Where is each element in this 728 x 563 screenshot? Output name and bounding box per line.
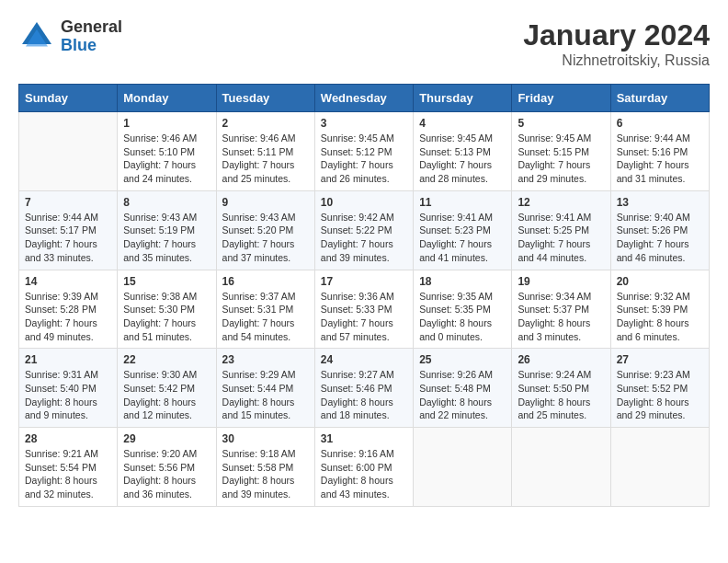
sunrise-text: Sunrise: 9:45 AM (518, 132, 591, 144)
calendar-day-cell: 29 Sunrise: 9:20 AM Sunset: 5:56 PM Dayl… (118, 428, 216, 507)
calendar-day-cell: 24 Sunrise: 9:27 AM Sunset: 5:46 PM Dayl… (314, 349, 413, 428)
day-number: 1 (123, 117, 210, 130)
day-info: Sunrise: 9:35 AM Sunset: 5:35 PM Dayligh… (419, 290, 506, 344)
sunset-text: Sunset: 5:22 PM (321, 224, 392, 236)
day-number: 10 (321, 196, 407, 209)
daylight-text: Daylight: 7 hours and 35 minutes. (123, 238, 196, 263)
calendar-day-cell: 2 Sunrise: 9:46 AM Sunset: 5:11 PM Dayli… (216, 112, 314, 191)
day-number: 5 (518, 117, 604, 130)
sunset-text: Sunset: 5:19 PM (123, 224, 195, 236)
calendar-day-cell: 9 Sunrise: 9:43 AM Sunset: 5:20 PM Dayli… (216, 190, 314, 270)
day-info: Sunrise: 9:26 AM Sunset: 5:48 PM Dayligh… (419, 368, 506, 422)
sunset-text: Sunset: 5:16 PM (617, 146, 688, 157)
day-info: Sunrise: 9:46 AM Sunset: 5:11 PM Dayligh… (222, 132, 309, 186)
calendar-day-cell (512, 428, 610, 507)
day-info: Sunrise: 9:20 AM Sunset: 5:56 PM Dayligh… (123, 447, 210, 501)
daylight-text: Daylight: 7 hours and 29 minutes. (518, 159, 590, 184)
daylight-text: Daylight: 7 hours and 39 minutes. (321, 238, 393, 263)
sunrise-text: Sunrise: 9:43 AM (123, 212, 197, 223)
sunrise-text: Sunrise: 9:44 AM (25, 212, 98, 223)
sunset-text: Sunset: 5:40 PM (25, 383, 97, 394)
day-number: 22 (123, 353, 210, 366)
sunset-text: Sunset: 5:31 PM (222, 304, 294, 315)
sunset-text: Sunset: 5:17 PM (25, 224, 97, 236)
calendar-day-cell: 8 Sunrise: 9:43 AM Sunset: 5:19 PM Dayli… (118, 190, 216, 270)
month-year-title: January 2024 (523, 18, 710, 52)
day-number: 18 (419, 275, 506, 288)
day-number: 29 (123, 432, 210, 445)
daylight-text: Daylight: 7 hours and 37 minutes. (222, 238, 295, 263)
daylight-text: Daylight: 7 hours and 54 minutes. (222, 317, 295, 342)
daylight-text: Daylight: 7 hours and 49 minutes. (25, 317, 97, 342)
calendar-day-cell: 30 Sunrise: 9:18 AM Sunset: 5:58 PM Dayl… (216, 428, 314, 507)
sunrise-text: Sunrise: 9:42 AM (321, 212, 394, 223)
sunrise-text: Sunrise: 9:34 AM (518, 291, 591, 302)
day-number: 2 (222, 117, 309, 130)
weekday-header: Thursday (414, 85, 512, 112)
day-number: 6 (617, 117, 703, 130)
day-number: 27 (617, 353, 703, 366)
daylight-text: Daylight: 7 hours and 24 minutes. (123, 159, 196, 184)
day-number: 14 (25, 275, 111, 288)
daylight-text: Daylight: 7 hours and 28 minutes. (419, 159, 492, 184)
calendar-day-cell: 3 Sunrise: 9:45 AM Sunset: 5:12 PM Dayli… (314, 112, 413, 191)
sunset-text: Sunset: 5:54 PM (25, 462, 97, 473)
daylight-text: Daylight: 7 hours and 46 minutes. (617, 238, 689, 263)
sunrise-text: Sunrise: 9:40 AM (617, 212, 690, 223)
day-info: Sunrise: 9:43 AM Sunset: 5:19 PM Dayligh… (123, 211, 210, 265)
daylight-text: Daylight: 7 hours and 44 minutes. (518, 238, 590, 263)
day-number: 8 (123, 196, 210, 209)
calendar-week-row: 14 Sunrise: 9:39 AM Sunset: 5:28 PM Dayl… (19, 270, 710, 349)
sunrise-text: Sunrise: 9:21 AM (25, 448, 98, 459)
daylight-text: Daylight: 7 hours and 51 minutes. (123, 317, 196, 342)
calendar-day-cell: 4 Sunrise: 9:45 AM Sunset: 5:13 PM Dayli… (414, 112, 512, 191)
daylight-text: Daylight: 8 hours and 3 minutes. (518, 317, 590, 342)
calendar-day-cell: 25 Sunrise: 9:26 AM Sunset: 5:48 PM Dayl… (414, 349, 512, 428)
day-info: Sunrise: 9:30 AM Sunset: 5:42 PM Dayligh… (123, 368, 210, 422)
daylight-text: Daylight: 8 hours and 29 minutes. (617, 396, 689, 421)
sunset-text: Sunset: 5:28 PM (25, 304, 97, 315)
daylight-text: Daylight: 8 hours and 6 minutes. (617, 317, 689, 342)
day-info: Sunrise: 9:39 AM Sunset: 5:28 PM Dayligh… (25, 290, 111, 344)
logo-general: General (61, 18, 122, 37)
day-number: 28 (25, 432, 111, 445)
sunset-text: Sunset: 5:13 PM (419, 146, 491, 157)
daylight-text: Daylight: 8 hours and 18 minutes. (321, 396, 393, 421)
sunset-text: Sunset: 5:35 PM (419, 304, 491, 315)
weekday-header: Wednesday (314, 85, 413, 112)
calendar-day-cell: 5 Sunrise: 9:45 AM Sunset: 5:15 PM Dayli… (512, 112, 610, 191)
daylight-text: Daylight: 8 hours and 12 minutes. (123, 396, 196, 421)
daylight-text: Daylight: 7 hours and 25 minutes. (222, 159, 295, 184)
day-info: Sunrise: 9:34 AM Sunset: 5:37 PM Dayligh… (518, 290, 604, 344)
calendar-week-row: 7 Sunrise: 9:44 AM Sunset: 5:17 PM Dayli… (19, 190, 710, 270)
daylight-text: Daylight: 7 hours and 26 minutes. (321, 159, 393, 184)
logo: General Blue (18, 18, 122, 55)
calendar-day-cell: 23 Sunrise: 9:29 AM Sunset: 5:44 PM Dayl… (216, 349, 314, 428)
calendar-week-row: 28 Sunrise: 9:21 AM Sunset: 5:54 PM Dayl… (19, 428, 710, 507)
sunrise-text: Sunrise: 9:18 AM (222, 448, 296, 459)
sunset-text: Sunset: 5:37 PM (518, 304, 589, 315)
sunset-text: Sunset: 5:42 PM (123, 383, 195, 394)
calendar-day-cell: 11 Sunrise: 9:41 AM Sunset: 5:23 PM Dayl… (414, 190, 512, 270)
day-info: Sunrise: 9:41 AM Sunset: 5:23 PM Dayligh… (419, 211, 506, 265)
daylight-text: Daylight: 7 hours and 57 minutes. (321, 317, 393, 342)
sunrise-text: Sunrise: 9:43 AM (222, 212, 296, 223)
calendar-day-cell: 15 Sunrise: 9:38 AM Sunset: 5:30 PM Dayl… (118, 270, 216, 349)
day-number: 17 (321, 275, 407, 288)
day-info: Sunrise: 9:41 AM Sunset: 5:25 PM Dayligh… (518, 211, 604, 265)
sunset-text: Sunset: 5:56 PM (123, 462, 195, 473)
day-number: 16 (222, 275, 309, 288)
calendar-day-cell: 1 Sunrise: 9:46 AM Sunset: 5:10 PM Dayli… (118, 112, 216, 191)
daylight-text: Daylight: 8 hours and 22 minutes. (419, 396, 492, 421)
day-number: 15 (123, 275, 210, 288)
calendar-week-row: 1 Sunrise: 9:46 AM Sunset: 5:10 PM Dayli… (19, 112, 710, 191)
daylight-text: Daylight: 8 hours and 32 minutes. (25, 475, 97, 500)
sunset-text: Sunset: 5:20 PM (222, 224, 294, 236)
day-number: 26 (518, 353, 604, 366)
daylight-text: Daylight: 7 hours and 41 minutes. (419, 238, 492, 263)
calendar-day-cell: 20 Sunrise: 9:32 AM Sunset: 5:39 PM Dayl… (610, 270, 709, 349)
sunrise-text: Sunrise: 9:36 AM (321, 291, 394, 302)
sunrise-text: Sunrise: 9:26 AM (419, 369, 493, 380)
day-info: Sunrise: 9:21 AM Sunset: 5:54 PM Dayligh… (25, 447, 111, 501)
sunset-text: Sunset: 5:23 PM (419, 224, 491, 236)
